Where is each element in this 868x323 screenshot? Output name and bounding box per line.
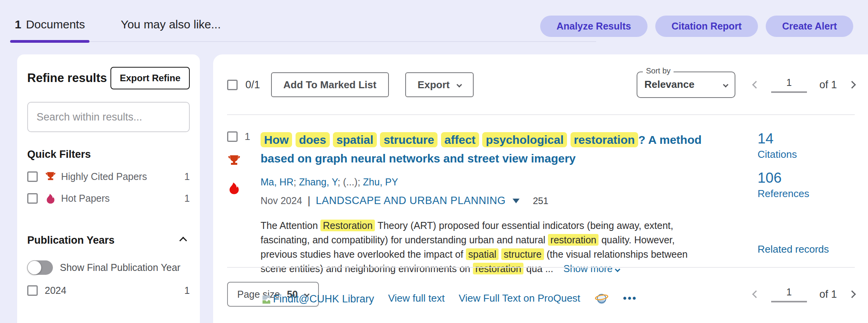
collapse-publication-years-icon[interactable] bbox=[179, 237, 187, 244]
trophy-icon bbox=[45, 171, 56, 182]
year-2024-count: 1 bbox=[184, 285, 190, 296]
separator: | bbox=[308, 195, 310, 207]
hot-papers-checkbox[interactable] bbox=[27, 193, 38, 204]
top-pagination: of 1 bbox=[753, 77, 855, 93]
search-within-results-input[interactable] bbox=[37, 111, 180, 123]
citations-label[interactable]: Citations bbox=[758, 148, 855, 161]
highly-cited-trophy-icon bbox=[227, 154, 261, 169]
page-header: 1 Documents You may also like... Analyze… bbox=[0, 0, 868, 54]
result-metrics: 14 Citations 106 References Related reco… bbox=[758, 131, 855, 267]
search-within-results-box bbox=[27, 102, 190, 132]
tab-documents-label: Documents bbox=[26, 18, 85, 31]
header-actions: Analyze Results Citation Report Create A… bbox=[540, 16, 853, 37]
hot-paper-flame-icon bbox=[227, 181, 261, 196]
documents-count: 1 bbox=[15, 18, 21, 31]
export-refine-button[interactable]: Export Refine bbox=[110, 67, 190, 89]
result-title-link[interactable]: How does spatial structure affect psycho… bbox=[261, 131, 727, 168]
sort-by-select[interactable]: Sort by Relevance bbox=[637, 72, 735, 98]
export-button-label: Export bbox=[418, 79, 450, 91]
refine-results-title: Refine results bbox=[27, 71, 107, 85]
journal-volume: 251 bbox=[533, 196, 548, 206]
result-checkbox[interactable] bbox=[227, 131, 238, 142]
result-gutter: 1 bbox=[227, 131, 261, 267]
citation-report-button[interactable]: Citation Report bbox=[655, 16, 758, 37]
show-final-publication-year-toggle[interactable] bbox=[27, 260, 53, 275]
references-label[interactable]: References bbox=[758, 188, 855, 200]
add-to-marked-list-button[interactable]: Add To Marked List bbox=[271, 72, 389, 97]
hot-papers-label: Hot Papers bbox=[61, 193, 110, 204]
show-final-publication-year-row: Show Final Publication Year bbox=[27, 260, 190, 275]
show-final-publication-year-label: Show Final Publication Year bbox=[60, 262, 180, 273]
journal-name-link[interactable]: LANDSCAPE AND URBAN PLANNING bbox=[316, 195, 506, 207]
next-page-icon[interactable] bbox=[848, 290, 856, 298]
publication-years-title: Publication Years bbox=[27, 234, 115, 246]
quick-filters-title: Quick Filters bbox=[27, 148, 190, 161]
flame-icon bbox=[45, 192, 56, 204]
year-2024-checkbox[interactable] bbox=[27, 285, 38, 296]
citations-count-link[interactable]: 14 bbox=[758, 131, 855, 147]
journal-row: Nov 2024 | LANDSCAPE AND URBAN PLANNING … bbox=[261, 195, 746, 207]
publication-date: Nov 2024 bbox=[261, 195, 302, 206]
export-button[interactable]: Export bbox=[405, 72, 474, 97]
abstract-text: The Attention Restoration Theory (ART) p… bbox=[261, 220, 688, 274]
previous-page-icon[interactable] bbox=[752, 290, 760, 298]
findit-label: Findit@CUHK Library bbox=[273, 293, 374, 305]
create-alert-button[interactable]: Create Alert bbox=[766, 16, 853, 37]
filter-highly-cited-papers[interactable]: Highly Cited Papers 1 bbox=[27, 171, 190, 182]
references-count-link[interactable]: 106 bbox=[758, 170, 855, 186]
results-toolbar: 0/1 Add To Marked List Export Sort by Re… bbox=[227, 72, 855, 98]
related-records-link[interactable]: Related records bbox=[758, 243, 855, 255]
highly-cited-label: Highly Cited Papers bbox=[61, 171, 147, 182]
chevron-down-icon bbox=[723, 82, 728, 87]
tab-documents[interactable]: 1 Documents bbox=[12, 18, 87, 41]
tab-you-may-also-like[interactable]: You may also like... bbox=[118, 18, 223, 41]
previous-page-icon[interactable] bbox=[752, 81, 760, 89]
hot-papers-count: 1 bbox=[184, 193, 190, 204]
journal-dropdown-icon[interactable] bbox=[513, 199, 520, 203]
result-index: 1 bbox=[245, 131, 250, 143]
select-all-checkbox[interactable] bbox=[227, 80, 238, 90]
sort-by-label: Sort by bbox=[643, 66, 674, 75]
result-authors[interactable]: Ma, HR; Zhang, Y; (...); Zhu, PY bbox=[261, 176, 746, 188]
page-of-total: of 1 bbox=[819, 288, 837, 300]
bottom-pagination: of 1 bbox=[753, 286, 855, 302]
next-page-icon[interactable] bbox=[848, 81, 856, 89]
tab-you-may-also-like-label: You may also like... bbox=[121, 18, 220, 31]
result-item: 1 How does spatial structure affect psyc… bbox=[227, 115, 855, 267]
findit-cuhk-library-link[interactable]: Findit@CUHK Library bbox=[261, 293, 374, 309]
page-number-input[interactable] bbox=[771, 77, 807, 93]
selected-count: 0/1 bbox=[245, 79, 260, 91]
sort-by-value: Relevance bbox=[644, 79, 695, 91]
highly-cited-checkbox[interactable] bbox=[27, 171, 38, 182]
refine-panel: Refine results Export Refine Quick Filte… bbox=[17, 54, 200, 323]
main-content: Refine results Export Refine Quick Filte… bbox=[0, 54, 868, 323]
result-body: How does spatial structure affect psycho… bbox=[261, 131, 746, 267]
results-panel: 0/1 Add To Marked List Export Sort by Re… bbox=[213, 54, 868, 323]
results-tabs: 1 Documents You may also like... bbox=[12, 0, 596, 42]
chevron-down-icon bbox=[457, 82, 462, 87]
year-2024-label: 2024 bbox=[45, 285, 66, 296]
highly-cited-count: 1 bbox=[184, 171, 190, 182]
filter-year-2024[interactable]: 2024 1 bbox=[27, 285, 190, 296]
filter-hot-papers[interactable]: Hot Papers 1 bbox=[27, 192, 190, 204]
page-number-input[interactable] bbox=[771, 286, 807, 302]
analyze-results-button[interactable]: Analyze Results bbox=[540, 16, 648, 37]
broken-image-icon bbox=[261, 293, 272, 308]
page-of-total: of 1 bbox=[819, 79, 837, 91]
